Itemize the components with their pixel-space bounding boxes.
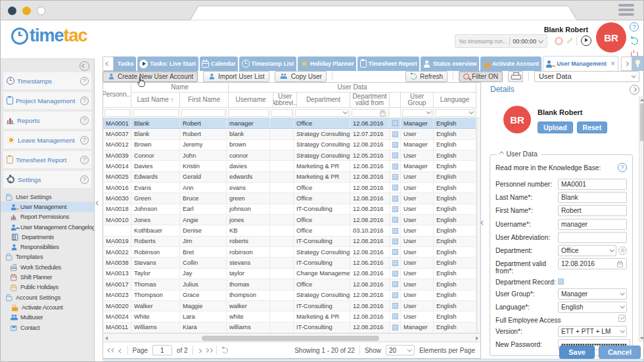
table-row[interactable]: MA0019RobertsJimrobertsIT-Consulting12.0…: [103, 237, 480, 247]
reset-button[interactable]: Reset: [577, 122, 608, 133]
tree-item-templates[interactable]: Templates: [1, 252, 94, 262]
last-page-button[interactable]: [205, 349, 212, 352]
next-page-button[interactable]: [198, 347, 201, 354]
department-record-cell[interactable]: [390, 323, 401, 332]
table-row[interactable]: MA0016EvansAnnevansOffice12.08.2016UserE…: [103, 183, 480, 193]
tab-calendar[interactable]: Calendar: [200, 57, 239, 71]
tree-item-activate-account[interactable]: Activate Account: [1, 302, 94, 312]
filter-on-button[interactable]: Filter ON: [459, 71, 503, 82]
filter-input[interactable]: [435, 109, 475, 117]
scroll-right-arrow[interactable]: [476, 336, 478, 340]
department-record-cell[interactable]: [390, 301, 401, 311]
field-input[interactable]: Blank: [558, 192, 627, 203]
tab-tasks-live-start[interactable]: Tasks: Live Start: [137, 57, 198, 71]
scroll-left-arrow[interactable]: [105, 336, 108, 340]
column-user-abbrevi[interactable]: User Abbrevi...: [273, 93, 297, 108]
sidebar-item-timesheet-report[interactable]: Timesheet Report?: [3, 151, 91, 168]
tab-scroll-right-button[interactable]: [621, 57, 632, 71]
column-department[interactable]: Department: [297, 93, 350, 108]
column-department-valid-from[interactable]: Department valid from: [350, 93, 390, 108]
help-icon[interactable]: ?: [80, 156, 89, 164]
cancel-button[interactable]: Cancel: [599, 346, 641, 359]
scroll-up-arrow[interactable]: [640, 99, 644, 101]
page-input[interactable]: 1: [152, 345, 172, 355]
filter-input[interactable]: [402, 109, 432, 117]
tree-item-public-holidays[interactable]: Public Holidays: [1, 283, 94, 292]
field-input[interactable]: Robert: [558, 205, 627, 216]
page-size-select[interactable]: 20: [386, 345, 415, 355]
start-timestamp-button[interactable]: [581, 35, 591, 46]
table-row[interactable]: MA0038StevansCollinstevansIT-Consulting1…: [103, 258, 480, 268]
filter-input[interactable]: [133, 109, 179, 117]
record-grid-icon[interactable]: [558, 279, 564, 284]
tree-item-shift-planner[interactable]: Shift Planner: [1, 272, 94, 282]
refresh-icon[interactable]: [630, 37, 638, 45]
tree-item-contact[interactable]: Contact: [1, 323, 94, 332]
tree-item-responsibilities[interactable]: Responsibilities: [1, 242, 94, 252]
sidebar-item-leave-management[interactable]: Leave Management?: [3, 131, 91, 148]
close-icon[interactable]: ×: [610, 59, 615, 68]
prev-page-button[interactable]: [120, 347, 123, 354]
table-row[interactable]: MA0012BrownJeremybrownStrategy Consultin…: [103, 140, 480, 150]
department-record-cell[interactable]: [390, 247, 401, 257]
tree-item-user-management-changelog[interactable]: User Management Changelog: [1, 222, 94, 232]
column-record[interactable]: [390, 93, 401, 108]
department-record-cell[interactable]: [390, 290, 401, 300]
chevron-down-icon[interactable]: [538, 37, 543, 43]
help-icon[interactable]: ?: [80, 136, 89, 145]
filter-input[interactable]: [181, 109, 225, 117]
field-input[interactable]: ETT + PTT + LM: [558, 326, 627, 337]
upload-button[interactable]: Upload: [538, 122, 573, 133]
column-user-group[interactable]: User Group: [401, 93, 434, 108]
sidebar-item-project-management[interactable]: Project Management?: [3, 92, 91, 109]
timetac-logo[interactable]: timetac: [11, 26, 87, 46]
tree-item-departments[interactable]: Departments: [1, 232, 94, 242]
expand-details-icon[interactable]: [630, 85, 639, 95]
horizontal-scrollbar[interactable]: [103, 333, 480, 342]
help-icon[interactable]: ?: [80, 97, 89, 105]
clear-icon[interactable]: ⊗: [618, 246, 627, 255]
menu-icon[interactable]: [618, 4, 634, 18]
column-language[interactable]: Language: [434, 93, 476, 108]
department-record-cell[interactable]: [390, 140, 401, 150]
department-record-cell[interactable]: [390, 118, 401, 128]
tree-item-work-schedules[interactable]: Work Schedules: [1, 262, 94, 272]
column-first-name[interactable]: First Name: [180, 93, 229, 108]
department-record-cell[interactable]: [390, 225, 401, 235]
filter-input[interactable]: [104, 109, 130, 117]
sidebar-item-reports[interactable]: Reports?: [3, 112, 91, 129]
filter-input[interactable]: [228, 109, 269, 117]
sidebar-item-settings[interactable]: Settings?: [3, 171, 91, 188]
department-record-cell[interactable]: [390, 215, 401, 225]
table-row[interactable]: MA0024WhiteLarawhiteMarketing & PR12.08.…: [103, 311, 480, 322]
table-row[interactable]: MA0001BlankRobertmanagerOffice12.08.2016…: [103, 118, 480, 129]
kb-help-icon[interactable]: ?: [618, 163, 627, 172]
help-icon[interactable]: ?: [630, 22, 639, 32]
department-record-cell[interactable]: [390, 183, 401, 192]
table-row[interactable]: MA0023ThompsonGracethompsonStrategy Cons…: [103, 290, 480, 301]
table-row[interactable]: KothbauerDeniseKBOffice03.10.2016UserEng…: [103, 225, 480, 236]
field-input[interactable]: [558, 232, 627, 243]
tree-item-user-settings[interactable]: User Settings: [1, 192, 94, 202]
field-input[interactable]: 12.08.2016: [558, 258, 627, 269]
department-record-cell[interactable]: [390, 129, 401, 139]
department-record-cell[interactable]: [390, 311, 401, 321]
tab-timesheet-report[interactable]: Timesheet Report: [357, 57, 419, 71]
department-record-cell[interactable]: [390, 193, 401, 203]
table-row[interactable]: MA0020WalkerMaggiewalkerIT-Consulting12.…: [103, 301, 480, 311]
sidebar-item-timestamps[interactable]: Timestamps?: [3, 72, 91, 89]
table-row[interactable]: MA0030GreenBrucegreenOffice12.08.2016Use…: [103, 193, 480, 204]
vertical-scrollbar[interactable]: [476, 118, 480, 333]
field-input[interactable]: English: [558, 302, 627, 313]
table-row[interactable]: MA0018JohnsonEarljohnsonIT-Consulting12.…: [103, 204, 480, 215]
tab-activate-account[interactable]: Activate Account: [480, 57, 541, 71]
tree-item-user-management[interactable]: User Management: [1, 202, 94, 212]
sidebar-splitter[interactable]: [95, 58, 103, 362]
tab-status-overview[interactable]: Status overview: [421, 57, 479, 71]
tab-user-management[interactable]: User Management×: [543, 56, 618, 71]
help-icon[interactable]: ?: [80, 116, 89, 125]
stop-record-icon[interactable]: [555, 37, 563, 45]
table-row[interactable]: MA0022RobinsonBretrobinsonStrategy Consu…: [103, 247, 480, 258]
filter-input[interactable]: [295, 109, 349, 117]
department-record-cell[interactable]: [390, 269, 401, 279]
